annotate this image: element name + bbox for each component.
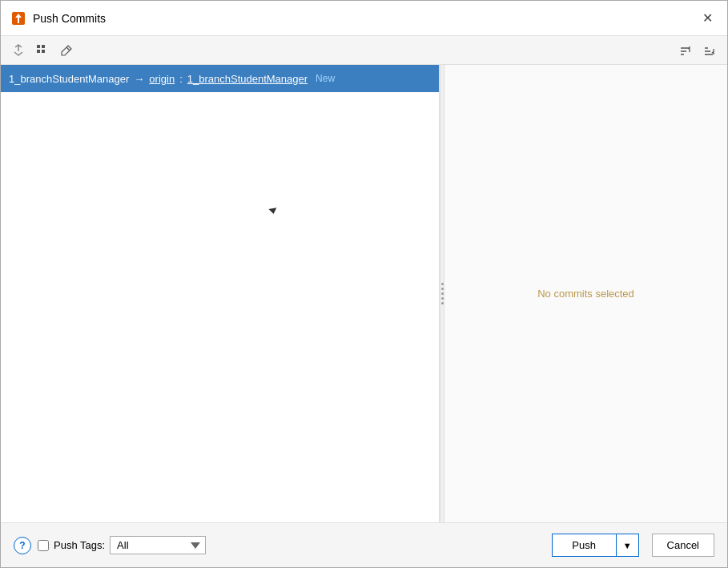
fetch-button[interactable] [7,40,30,61]
edit-button[interactable] [55,40,78,61]
svg-line-6 [66,47,70,50]
remote-name[interactable]: origin [149,73,175,85]
push-commits-dialog: Push Commits ✕ [0,0,728,568]
fetch-icon [12,44,25,57]
dialog-title: Push Commits [33,12,697,25]
svg-rect-2 [37,45,40,48]
svg-rect-3 [42,45,45,48]
local-branch-name: 1_branchStudentManager [9,73,129,85]
git-push-icon [10,10,26,26]
branch-arrow: → [134,73,144,85]
bottom-bar: ? Push Tags: All None Annotated Push ▼ C… [1,522,727,567]
svg-rect-4 [37,50,40,53]
main-content: 1_branchStudentManager → origin : 1_bran… [1,65,727,522]
divider-dot-4 [441,297,444,300]
push-tags-checkbox[interactable] [38,540,49,551]
graph-icon [36,44,49,57]
divider-dot-3 [441,292,444,295]
sort-asc-icon [679,44,692,57]
svg-rect-5 [42,50,45,53]
remote-branch-name[interactable]: 1_branchStudentManager [187,73,308,85]
sort-desc-icon [703,44,716,57]
new-badge: New [316,73,335,84]
title-bar: Push Commits ✕ [1,1,727,36]
toolbar [1,36,727,65]
toolbar-right [674,40,721,61]
close-button[interactable]: ✕ [697,8,718,29]
divider-dot-2 [441,288,444,290]
branch-header: 1_branchStudentManager → origin : 1_bran… [1,65,439,92]
right-panel: No commits selected [444,65,727,522]
left-panel: 1_branchStudentManager → origin : 1_bran… [1,65,440,522]
push-tags-container: Push Tags: All None Annotated [38,536,206,554]
branch-colon: : [179,73,183,85]
action-buttons: Push ▼ [552,534,639,557]
push-button[interactable]: Push [552,534,616,557]
commit-details-area: No commits selected [444,65,727,522]
edit-icon [60,44,73,57]
divider-dot-5 [441,302,444,304]
push-dropdown-button[interactable]: ▼ [616,534,639,557]
no-commits-message: No commits selected [537,288,634,300]
push-tags-select[interactable]: All None Annotated [110,536,206,554]
push-tags-label: Push Tags: [54,539,105,551]
help-button[interactable]: ? [14,537,31,554]
commits-list[interactable] [1,92,439,522]
sort-desc-button[interactable] [698,40,721,61]
graph-button[interactable] [31,40,54,61]
divider-dot-1 [441,283,444,285]
cursor-indicator [268,207,277,215]
toolbar-left [7,40,673,61]
sort-asc-button[interactable] [674,40,697,61]
cancel-button[interactable]: Cancel [652,534,714,557]
